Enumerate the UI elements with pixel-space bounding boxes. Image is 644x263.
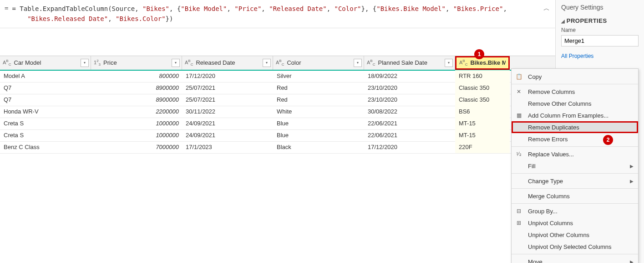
menu-remove-columns[interactable]: ✕Remove Columns [512, 86, 638, 98]
collapse-formula-icon[interactable]: ︿ [543, 5, 550, 13]
cell[interactable]: MT-15 [455, 118, 510, 129]
name-label: Name [561, 27, 639, 33]
cell[interactable]: 8900000 [91, 82, 182, 94]
menu-unpivot-columns[interactable]: ⊞Unpivot Columns [512, 217, 638, 229]
table-row[interactable]: Q7890000025/07/2021Red23/10/2020Classic … [0, 83, 555, 94]
cell[interactable]: Blue [273, 129, 364, 141]
cell[interactable]: 22/06/2021 [364, 118, 455, 129]
text-type-icon: ABC [276, 59, 284, 67]
text-type-icon: ABC [367, 59, 375, 67]
table-row[interactable]: Creta S100000024/09/2021Blue22/06/2021MT… [0, 130, 555, 142]
cell[interactable]: 17/12/2020 [182, 70, 273, 82]
cell[interactable]: 24/09/2021 [182, 129, 273, 141]
column-header-car-model[interactable]: ABC Car Model ▾ [0, 56, 91, 70]
cell[interactable]: Classic 350 [455, 82, 510, 94]
replace-icon: ¹⁄₂ [515, 151, 522, 157]
menu-unpivot-other-columns[interactable]: Unpivot Other Columns [512, 229, 638, 241]
cell[interactable]: 1000000 [91, 129, 182, 141]
menu-remove-other-columns[interactable]: Remove Other Columns [512, 98, 638, 109]
menu-fill[interactable]: Fill▶ [512, 160, 638, 172]
cell[interactable]: 25/07/2021 [182, 94, 273, 106]
menu-group-by[interactable]: ⊟Group By... [512, 205, 638, 217]
remove-column-icon: ✕ [515, 88, 522, 95]
data-table: ABC Car Model ▾ 123 Price ▾ ABC Released… [0, 56, 555, 154]
annotation-badge-2: 2 [603, 135, 613, 145]
cell[interactable]: Creta S [0, 118, 91, 129]
cell[interactable]: 25/07/2021 [182, 82, 273, 94]
cell[interactable]: 30/08/2022 [364, 106, 455, 118]
menu-replace-values[interactable]: ¹⁄₂Replace Values... [512, 148, 638, 160]
filter-icon[interactable]: ▾ [263, 59, 271, 67]
cell[interactable]: Honda WR-V [0, 106, 91, 118]
filter-icon[interactable]: ▾ [445, 59, 453, 67]
number-type-icon: 123 [94, 59, 101, 67]
cell[interactable]: Silver [273, 70, 364, 82]
menu-unpivot-selected-columns[interactable]: Unpivot Only Selected Columns [512, 241, 638, 253]
cell[interactable]: White [273, 106, 364, 118]
table-row[interactable]: Q7890000025/07/2021Red23/10/2020Classic … [0, 94, 555, 106]
table-row[interactable]: Creta S100000024/09/2021Blue22/06/2021MT… [0, 118, 555, 130]
cell[interactable]: Creta S [0, 129, 91, 141]
cell[interactable]: 8900000 [91, 94, 182, 106]
filter-icon[interactable]: ▾ [81, 59, 89, 67]
submenu-arrow-icon: ▶ [630, 164, 634, 169]
context-menu: 📋Copy ✕Remove Columns Remove Other Colum… [511, 68, 639, 263]
menu-copy[interactable]: 📋Copy [512, 71, 638, 83]
filter-icon[interactable]: ▾ [172, 59, 180, 67]
cell[interactable]: 23/10/2020 [364, 82, 455, 94]
submenu-arrow-icon: ▶ [630, 259, 634, 263]
unpivot-icon: ⊞ [515, 220, 522, 226]
menu-change-type[interactable]: Change Type▶ [512, 175, 638, 187]
column-header-released-date[interactable]: ABC Released Date ▾ [182, 56, 273, 70]
menu-merge-columns[interactable]: Merge Columns [512, 190, 638, 202]
cell[interactable]: 1000000 [91, 118, 182, 129]
cell[interactable]: Red [273, 82, 364, 94]
query-name-input[interactable] [561, 35, 639, 46]
cell[interactable]: 22/06/2021 [364, 129, 455, 141]
menu-move[interactable]: Move▶ [512, 256, 638, 263]
cell[interactable]: 2200000 [91, 106, 182, 118]
cell[interactable]: Blue [273, 118, 364, 129]
table-row[interactable]: Model A80000017/12/2020Silver18/09/2022R… [0, 71, 555, 83]
properties-heading[interactable]: PROPERTIES [561, 17, 639, 24]
cell[interactable]: 18/09/2022 [364, 70, 455, 82]
text-type-icon: ABC [3, 59, 11, 67]
cell[interactable]: 220F [455, 141, 510, 153]
cell[interactable]: Q7 [0, 94, 91, 106]
table-row[interactable]: Benz C Class700000017/1/2023Black17/12/2… [0, 142, 555, 154]
cell[interactable]: 24/09/2021 [182, 118, 273, 129]
text-type-icon: ABC [459, 59, 467, 67]
group-icon: ⊟ [515, 208, 522, 214]
cell[interactable]: 800000 [91, 70, 182, 82]
cell[interactable]: Classic 350 [455, 94, 510, 106]
cell[interactable]: RTR 160 [455, 70, 510, 82]
copy-icon: 📋 [515, 73, 522, 80]
table-header-row: ABC Car Model ▾ 123 Price ▾ ABC Released… [0, 56, 555, 71]
cell[interactable]: Model A [0, 70, 91, 82]
table-row[interactable]: Honda WR-V220000030/11/2022White30/08/20… [0, 106, 555, 118]
formula-equals: = [5, 5, 8, 12]
cell[interactable]: 30/11/2022 [182, 106, 273, 118]
all-properties-link[interactable]: All Properties [561, 53, 639, 59]
annotation-badge-1: 1 [474, 49, 484, 59]
cell[interactable]: 7000000 [91, 141, 182, 153]
cell[interactable]: Black [273, 141, 364, 153]
cell[interactable]: 23/10/2020 [364, 94, 455, 106]
cell[interactable]: 17/12/2020 [364, 141, 455, 153]
menu-remove-errors[interactable]: Remove Errors [512, 133, 638, 145]
column-header-planned-sale-date[interactable]: ABC Planned Sale Date ▾ [364, 56, 455, 70]
add-column-icon: ▦ [515, 112, 522, 119]
column-header-color[interactable]: ABC Color ▾ [273, 56, 364, 70]
formula-text: = Table.ExpandTableColumn(Source, "Bikes… [12, 4, 551, 24]
filter-icon[interactable]: ▾ [354, 59, 362, 67]
column-header-price[interactable]: 123 Price ▾ [91, 56, 182, 70]
cell[interactable]: 17/1/2023 [182, 141, 273, 153]
menu-add-column-from-examples[interactable]: ▦Add Column From Examples... [512, 109, 638, 121]
cell[interactable]: Benz C Class [0, 141, 91, 153]
cell[interactable]: Q7 [0, 82, 91, 94]
formula-bar[interactable]: = = Table.ExpandTableColumn(Source, "Bik… [0, 0, 555, 28]
menu-remove-duplicates[interactable]: Remove Duplicates [512, 121, 638, 133]
cell[interactable]: Red [273, 94, 364, 106]
cell[interactable]: MT-15 [455, 129, 510, 141]
cell[interactable]: BS6 [455, 106, 510, 118]
